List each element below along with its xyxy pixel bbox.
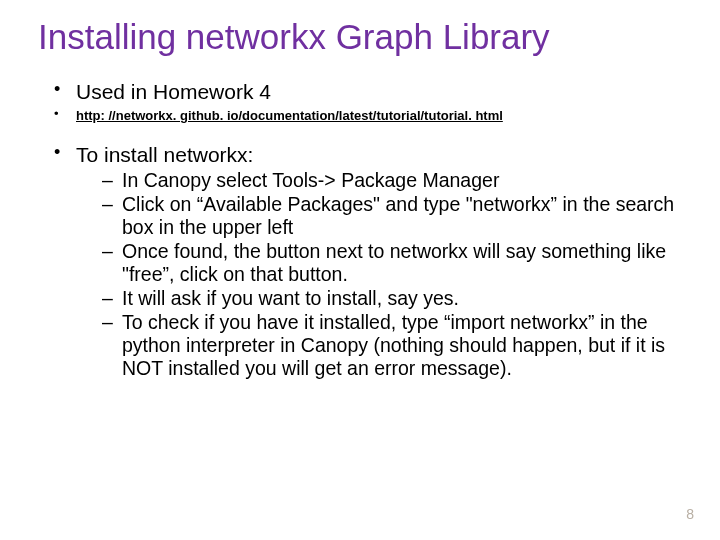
bullet-used-in: Used in Homework 4 (54, 79, 682, 104)
step-item: Once found, the button next to networkx … (102, 240, 682, 286)
step-item: To check if you have it installed, type … (102, 311, 682, 380)
step-item: It will ask if you want to install, say … (102, 287, 682, 310)
tutorial-link[interactable]: http: //networkx. github. io/documentati… (76, 108, 503, 123)
bullet-text: Used in Homework 4 (76, 80, 271, 103)
bullet-list: Used in Homework 4 http: //networkx. git… (54, 79, 682, 124)
slide-title: Installing networkx Graph Library (38, 18, 682, 57)
bullet-list-2: To install networkx: In Canopy select To… (54, 142, 682, 380)
slide: Installing networkx Graph Library Used i… (0, 0, 720, 540)
step-item: In Canopy select Tools-> Package Manager (102, 169, 682, 192)
page-number: 8 (686, 506, 694, 522)
spacer (38, 126, 682, 142)
bullet-install: To install networkx: In Canopy select To… (54, 142, 682, 380)
bullet-url: http: //networkx. github. io/documentati… (54, 106, 682, 124)
sub-list: In Canopy select Tools-> Package Manager… (102, 169, 682, 380)
step-item: Click on “Available Packages" and type "… (102, 193, 682, 239)
bullet-text: To install networkx: (76, 143, 253, 166)
